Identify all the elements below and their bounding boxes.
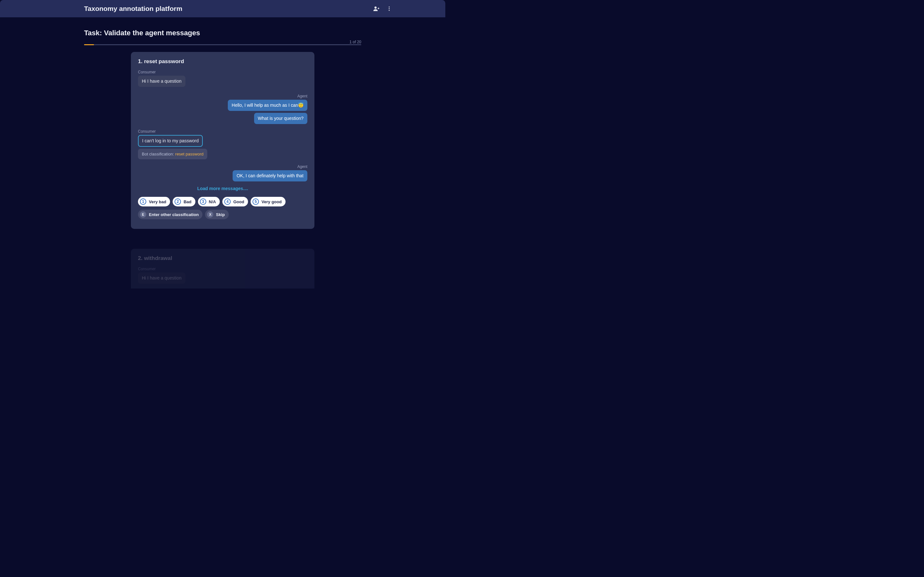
progress-fill xyxy=(84,44,94,45)
rating-key: 5 xyxy=(252,198,259,205)
progress-bar: 1 of 20 xyxy=(84,40,361,46)
load-more-link[interactable]: Load more messages.... xyxy=(138,186,307,191)
annotation-card-next: 2. withdrawal Consumer Hi I have a quest… xyxy=(131,249,314,288)
skip-label: Skip xyxy=(216,212,225,217)
card-title: 2. withdrawal xyxy=(138,255,307,261)
agent-message: OK, I can definately help with that xyxy=(233,170,307,181)
bot-classification-value: reset password xyxy=(175,152,204,156)
rating-label: Bad xyxy=(184,199,192,204)
rating-very-good[interactable]: 5 Very good xyxy=(250,197,286,206)
role-label-agent: Agent xyxy=(138,164,307,169)
role-label-consumer: Consumer xyxy=(138,129,307,134)
consumer-message: Hi I have a question xyxy=(138,76,186,87)
task-title: Task: Validate the agent messages xyxy=(84,29,361,37)
rating-label: Good xyxy=(233,199,244,204)
skip-button[interactable]: X Skip xyxy=(205,210,228,219)
role-label-consumer: Consumer xyxy=(138,70,307,74)
app-title: Taxonomy annotation platform xyxy=(84,5,373,13)
bot-classification: Bot classification: reset password xyxy=(138,149,207,160)
header-icons xyxy=(373,5,438,12)
rating-label: N/A xyxy=(209,199,216,204)
annotation-card: 1. reset password Consumer Hi I have a q… xyxy=(131,52,314,229)
progress-track xyxy=(84,44,361,45)
svg-point-1 xyxy=(389,6,390,7)
svg-point-3 xyxy=(389,10,390,11)
rating-options: 1 Very bad 2 Bad 3 N/A 4 Good 5 Very g xyxy=(138,197,307,206)
rating-key: 1 xyxy=(140,198,146,205)
app-header: Taxonomy annotation platform xyxy=(0,0,445,17)
rating-label: Very bad xyxy=(149,199,166,204)
consumer-message: Hi I have a question xyxy=(138,272,186,284)
rating-key: 4 xyxy=(224,198,231,205)
rating-label: Very good xyxy=(262,199,282,204)
enter-other-button[interactable]: E Enter other classification xyxy=(138,210,202,219)
enter-other-label: Enter other classification xyxy=(149,212,199,217)
card-title: 1. reset password xyxy=(138,58,307,65)
role-label-consumer: Consumer xyxy=(138,267,307,271)
role-label-agent: Agent xyxy=(138,94,307,98)
secondary-options: E Enter other classification X Skip xyxy=(138,210,307,219)
rating-very-bad[interactable]: 1 Very bad xyxy=(138,197,170,206)
svg-point-2 xyxy=(389,8,390,9)
invite-user-icon[interactable] xyxy=(373,5,380,12)
main-content: Task: Validate the agent messages 1 of 2… xyxy=(0,17,445,288)
rating-key: 2 xyxy=(174,198,181,205)
enter-other-key: E xyxy=(140,211,146,218)
bot-classification-prefix: Bot classification: xyxy=(142,152,175,156)
svg-point-0 xyxy=(375,6,376,9)
rating-bad[interactable]: 2 Bad xyxy=(173,197,195,206)
consumer-message-highlighted[interactable]: I can't log in to my password xyxy=(138,135,203,147)
agent-message: What is your question? xyxy=(254,113,307,124)
progress-label: 1 of 20 xyxy=(349,40,361,44)
rating-na[interactable]: 3 N/A xyxy=(198,197,220,206)
rating-key: 3 xyxy=(200,198,206,205)
rating-good[interactable]: 4 Good xyxy=(222,197,248,206)
more-vert-icon[interactable] xyxy=(386,5,393,12)
agent-message: Hello, I will help as much as I can😇 xyxy=(228,100,307,111)
skip-key: X xyxy=(207,211,213,218)
